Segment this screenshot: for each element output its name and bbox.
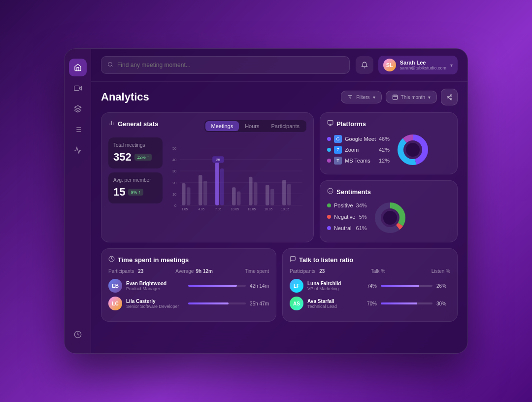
- avatar: SL: [383, 59, 396, 71]
- google-meet-dot: [327, 137, 331, 141]
- svg-rect-40: [187, 187, 190, 205]
- total-meetings-label: Total meetings: [113, 142, 158, 148]
- participant-info-ava: Ava Starfall Technical Lead: [307, 299, 359, 309]
- svg-rect-49: [249, 177, 252, 205]
- page-header: Analytics Filters ▾ This month ▾: [101, 89, 458, 105]
- total-meetings-value: 352 12% ↑: [113, 151, 158, 164]
- svg-line-22: [448, 98, 450, 99]
- svg-point-20: [447, 96, 448, 98]
- header-right: SL Sarah Lee sarah@tubikstudio.com ▾: [356, 56, 458, 74]
- svg-text:16.05: 16.05: [265, 207, 273, 211]
- total-meetings-badge: 12% ↑: [134, 154, 152, 161]
- svg-text:30: 30: [172, 169, 176, 173]
- svg-point-68: [406, 143, 420, 157]
- svg-line-11: [111, 66, 112, 67]
- filters-button[interactable]: Filters ▾: [341, 91, 381, 103]
- ratio-row-ava: AS Ava Starfall Technical Lead 70% 30%: [290, 297, 450, 310]
- svg-text:4.05: 4.05: [198, 207, 204, 211]
- total-meetings-box: Total meetings 352 12% ↑: [108, 137, 163, 168]
- svg-rect-47: [232, 187, 235, 205]
- avg-per-member-label: Avg. per member: [113, 177, 158, 183]
- svg-text:7.05: 7.05: [215, 207, 221, 211]
- main-content: SL Sarah Lee sarah@tubikstudio.com ▾ Ana…: [91, 49, 467, 353]
- time-participant-row-2: LC Lila Casterly Senior Software Develop…: [108, 297, 269, 310]
- toolbar: Filters ▾ This month ▾: [341, 89, 458, 105]
- this-month-button[interactable]: This month ▾: [386, 91, 437, 103]
- svg-marker-2: [74, 105, 81, 109]
- sentiment-negative: Negative 5%: [327, 214, 367, 220]
- sidebar-item-list[interactable]: [69, 121, 87, 138]
- tab-participants[interactable]: Participants: [266, 121, 305, 131]
- notification-button[interactable]: [356, 56, 373, 74]
- chart-svg: 50 40 30 20 10 0: [167, 137, 306, 226]
- sentiments-icon: [327, 188, 333, 196]
- positive-dot: [327, 203, 331, 207]
- platforms-inner: G Google Meet 46% Z Zoom 42%: [327, 133, 450, 167]
- svg-point-19: [450, 95, 452, 96]
- zoom-logo: Z: [334, 146, 342, 154]
- teams-logo: T: [334, 157, 342, 165]
- svg-rect-1: [74, 86, 79, 90]
- svg-rect-50: [254, 182, 257, 205]
- user-name: Sarah Lee: [400, 60, 446, 66]
- participant-info-evan: Evan Brightwood Product Manager: [126, 281, 184, 291]
- svg-rect-15: [393, 95, 397, 100]
- svg-text:0: 0: [174, 203, 176, 208]
- sidebar-item-layers[interactable]: [69, 100, 87, 118]
- calendar-chevron: ▾: [428, 95, 431, 100]
- general-stats-title: General stats: [108, 120, 158, 128]
- filters-label: Filters: [356, 95, 369, 100]
- search-input[interactable]: [117, 62, 343, 68]
- talk-icon: [290, 256, 296, 264]
- sidebar-item-activity[interactable]: [69, 141, 87, 159]
- sentiment-positive: Positive 34%: [327, 202, 367, 208]
- participant-avatar-luna: LF: [290, 279, 303, 293]
- svg-rect-43: [215, 163, 219, 205]
- svg-point-21: [450, 98, 452, 100]
- chevron-down-icon: ▾: [450, 63, 453, 68]
- talk-participants-label: Participants 23: [290, 268, 325, 274]
- sidebar: [65, 49, 91, 353]
- sentiment-neutral: Neutral 61%: [327, 225, 367, 231]
- zoom-dot: [327, 148, 331, 152]
- user-profile[interactable]: SL Sarah Lee sarah@tubikstudio.com ▾: [378, 56, 458, 74]
- filters-chevron: ▾: [373, 95, 375, 100]
- bar-chart-icon: [108, 120, 115, 128]
- svg-rect-44: [220, 168, 224, 205]
- svg-rect-54: [287, 184, 291, 205]
- svg-text:1.05: 1.05: [181, 207, 188, 211]
- sidebar-item-video[interactable]: [69, 79, 87, 97]
- right-panels: Platforms G Google Meet 46%: [320, 112, 458, 242]
- stats-metrics: Total meetings 352 12% ↑ Avg. per member…: [108, 137, 163, 226]
- svg-point-75: [383, 211, 397, 225]
- negative-dot: [327, 215, 331, 219]
- svg-text:10: 10: [172, 192, 176, 197]
- svg-text:25: 25: [216, 158, 220, 162]
- platforms-title: Platforms: [327, 120, 450, 128]
- participant-info-lila: Lila Casterly Senior Software Developer: [126, 299, 184, 309]
- time-bar-lila: [188, 302, 246, 304]
- talk-ratio-title: Talk to listen ratio: [290, 256, 450, 264]
- google-meet-logo: G: [334, 135, 342, 143]
- sentiments-donut: [373, 201, 407, 235]
- teams-dot: [327, 159, 331, 163]
- total-meetings-number: 352: [113, 151, 132, 164]
- talk-ratio-card: Talk to listen ratio Participants 23 Tal…: [282, 248, 458, 322]
- time-participant-row-1: EB Evan Brightwood Product Manager 42h 1…: [108, 279, 269, 293]
- bar-chart: 50 40 30 20 10 0: [167, 137, 306, 226]
- search-bar[interactable]: [101, 56, 350, 74]
- share-button[interactable]: [441, 89, 458, 105]
- header: SL Sarah Lee sarah@tubikstudio.com ▾: [91, 49, 467, 82]
- tab-hours[interactable]: Hours: [239, 121, 265, 131]
- search-icon: [107, 62, 113, 69]
- participant-info-luna: Luna Fairchild VP of Marketing: [307, 281, 359, 291]
- sidebar-item-home[interactable]: [69, 59, 87, 76]
- avg-per-member-box: Avg. per member 15 9% ↑: [108, 172, 163, 203]
- svg-text:13.05: 13.05: [248, 207, 256, 211]
- avg-per-member-value: 15 9% ↑: [113, 186, 158, 199]
- platforms-card: Platforms G Google Meet 46%: [320, 112, 458, 174]
- time-spent-card: Time spent in meetings Participants 23 A…: [101, 248, 276, 322]
- participant-avatar-lila: LC: [108, 297, 122, 310]
- sidebar-item-clock[interactable]: [69, 326, 87, 343]
- tab-meetings[interactable]: Meetings: [205, 121, 239, 131]
